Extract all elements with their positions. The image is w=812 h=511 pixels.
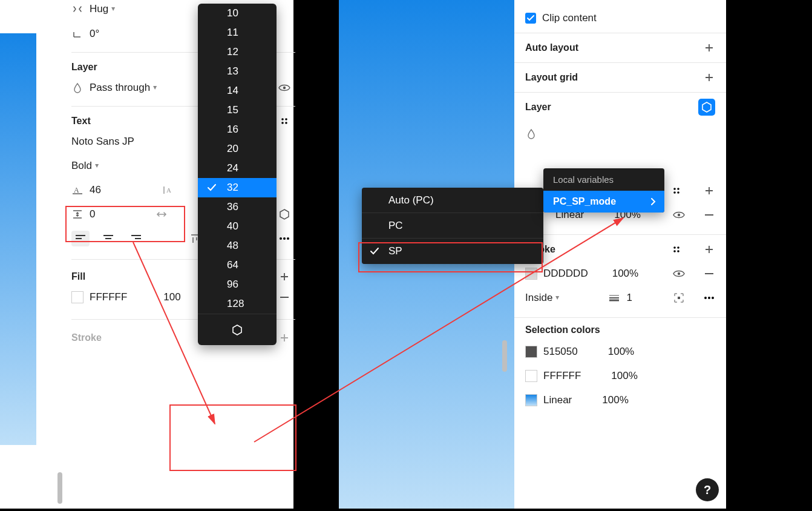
- plus-icon[interactable]: [703, 243, 715, 256]
- chevron-right-icon: [651, 198, 656, 205]
- plus-icon[interactable]: [278, 332, 290, 344]
- style-dots-icon[interactable]: [278, 115, 290, 127]
- color-swatch[interactable]: [525, 394, 537, 406]
- svg-point-4: [285, 122, 287, 124]
- font-size-option[interactable]: 96: [198, 275, 277, 294]
- color-opacity-label: 100%: [611, 370, 637, 382]
- font-size-label: 40: [227, 220, 238, 232]
- font-size-option[interactable]: 20: [198, 139, 277, 159]
- mode-auto-label: Auto (PC): [388, 194, 434, 206]
- font-size-option[interactable]: 10: [198, 4, 277, 23]
- scrollbar-thumb[interactable]: [502, 340, 507, 372]
- stroke-hex[interactable]: DDDDDD: [543, 268, 588, 280]
- selection-color-row[interactable]: FFFFFF100%: [525, 364, 715, 388]
- svg-point-25: [283, 237, 286, 240]
- hug-select[interactable]: Hug ▸: [90, 3, 116, 15]
- font-size-option[interactable]: 11: [198, 23, 277, 42]
- font-size-option[interactable]: 32: [198, 178, 277, 197]
- stroke-weight-value[interactable]: 1: [626, 292, 632, 304]
- layout-grid-title: Layout grid: [525, 72, 578, 83]
- font-size-option[interactable]: 14: [198, 81, 277, 101]
- svg-point-37: [677, 246, 679, 249]
- local-variables-menu[interactable]: Local variables PC_SP_mode: [543, 168, 664, 213]
- mode-auto-option[interactable]: Auto (PC): [362, 188, 543, 213]
- scrollbar-thumb[interactable]: [57, 472, 62, 504]
- design-panel-right: Clip content Auto layout Layout grid: [514, 0, 726, 509]
- font-size-option[interactable]: 48: [198, 236, 277, 256]
- more-icon[interactable]: [278, 232, 290, 245]
- eye-icon[interactable]: [673, 268, 685, 280]
- chevron-down-icon: ▸: [93, 164, 102, 168]
- svg-point-36: [673, 246, 676, 249]
- font-size-label: 32: [227, 182, 238, 194]
- chevron-down-icon: ▸: [554, 296, 562, 300]
- plus-icon[interactable]: [703, 185, 715, 197]
- font-size-label: 14: [227, 85, 238, 97]
- fill-opacity-value[interactable]: 100: [163, 291, 180, 303]
- stroke-opacity[interactable]: 100%: [612, 268, 638, 280]
- annotation-box: [358, 242, 543, 272]
- apply-variable-option[interactable]: [198, 314, 277, 345]
- font-size-option[interactable]: 15: [198, 101, 277, 120]
- font-size-label: 24: [227, 162, 238, 174]
- svg-point-39: [677, 250, 679, 252]
- letter-spacing-icon: A: [162, 184, 174, 196]
- eye-icon[interactable]: [278, 82, 290, 94]
- fill-hex-value[interactable]: FFFFFF: [90, 291, 127, 303]
- svg-marker-29: [702, 102, 711, 112]
- stroke-position-select[interactable]: Inside ▸: [525, 292, 560, 304]
- font-size-label: 20: [227, 143, 238, 155]
- font-size-option[interactable]: 128: [198, 294, 277, 314]
- layout-grid-header: Layout grid: [525, 65, 715, 90]
- font-size-label: 15: [227, 104, 238, 116]
- mode-pc-option[interactable]: PC: [362, 213, 543, 239]
- svg-point-54: [704, 297, 707, 299]
- right-pane: Clip content Auto layout Layout grid: [339, 0, 726, 509]
- clip-content-row[interactable]: Clip content: [525, 6, 715, 30]
- font-size-option[interactable]: 12: [198, 42, 277, 62]
- plus-icon[interactable]: [278, 271, 290, 283]
- font-size-label: 16: [227, 124, 238, 136]
- minus-icon[interactable]: [703, 268, 715, 280]
- droplet-icon: [71, 82, 83, 94]
- help-button[interactable]: ?: [696, 478, 719, 501]
- svg-point-31: [677, 188, 679, 190]
- selection-color-row[interactable]: Linear100%: [525, 388, 715, 412]
- clip-content-label: Clip content: [542, 12, 597, 24]
- chevron-down-icon: ▸: [110, 7, 118, 11]
- stroke-per-side-icon[interactable]: [673, 292, 685, 304]
- droplet-icon: [525, 128, 537, 140]
- more-icon[interactable]: [703, 292, 715, 304]
- color-swatch[interactable]: [525, 370, 537, 382]
- svg-point-1: [281, 118, 284, 120]
- line-height-value[interactable]: 46: [90, 184, 101, 196]
- line-height-icon: A: [71, 184, 83, 196]
- eye-icon[interactable]: [673, 209, 685, 221]
- plus-icon[interactable]: [703, 71, 715, 84]
- variable-item[interactable]: PC_SP_mode: [543, 191, 664, 213]
- selection-color-row[interactable]: 515050100%: [525, 340, 715, 364]
- selection-colors-title: Selection colors: [525, 325, 600, 335]
- style-dots-icon[interactable]: [670, 185, 683, 197]
- font-size-dropdown[interactable]: 101112131415162024323640486496128: [198, 4, 277, 345]
- blend-mode-row[interactable]: [525, 122, 715, 146]
- font-size-option[interactable]: 36: [198, 197, 277, 217]
- svg-point-55: [708, 297, 710, 299]
- color-swatch[interactable]: [525, 346, 537, 358]
- font-size-option[interactable]: 13: [198, 62, 277, 81]
- variable-hexagon-icon[interactable]: [278, 208, 290, 220]
- style-dots-icon[interactable]: [670, 243, 683, 256]
- checkbox-checked-icon[interactable]: [525, 13, 536, 24]
- font-size-option[interactable]: 16: [198, 120, 277, 139]
- rotation-value[interactable]: 0°: [90, 28, 99, 40]
- font-size-option[interactable]: 24: [198, 159, 277, 178]
- svg-rect-45: [678, 297, 680, 299]
- minus-icon[interactable]: [703, 209, 715, 221]
- apply-variable-button[interactable]: [698, 99, 715, 116]
- plus-icon[interactable]: [703, 42, 715, 54]
- font-size-option[interactable]: 64: [198, 256, 277, 275]
- minus-icon[interactable]: [278, 291, 290, 303]
- font-size-option[interactable]: 40: [198, 217, 277, 236]
- svg-point-3: [281, 122, 284, 124]
- color-swatch[interactable]: [71, 291, 83, 303]
